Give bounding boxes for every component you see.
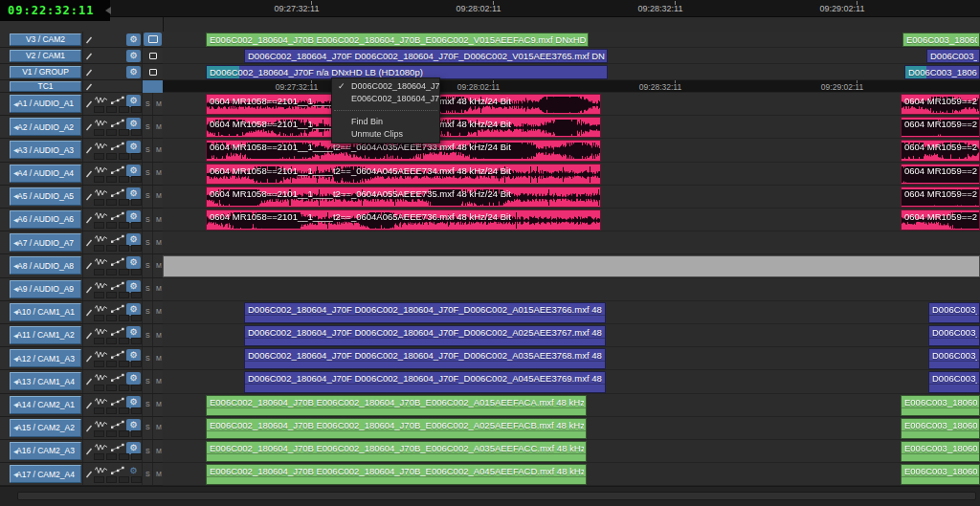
waveform-icon[interactable] bbox=[95, 211, 107, 220]
clip-A10-27[interactable]: D006C003_18 bbox=[928, 302, 980, 323]
waveform-icon[interactable] bbox=[95, 397, 107, 406]
track-name-button-A2[interactable]: A2 / AUDIO_A2◀ bbox=[10, 118, 81, 136]
mute-button[interactable]: M bbox=[156, 216, 162, 223]
track-name-button-A1[interactable]: A1 / AUDIO_A1◀ bbox=[10, 95, 81, 113]
waveform-icon[interactable] bbox=[95, 119, 107, 127]
gear-icon[interactable]: ⚙ bbox=[126, 233, 141, 246]
pencil-icon[interactable] bbox=[84, 52, 94, 61]
mute-button[interactable]: M bbox=[156, 378, 162, 385]
waveform-icon[interactable] bbox=[95, 443, 107, 451]
clip-A13-13[interactable]: D006C002_180604_J70F D006C002_180604_J70… bbox=[244, 371, 606, 392]
pencil-icon[interactable] bbox=[84, 331, 94, 341]
mute-button[interactable]: M bbox=[156, 239, 162, 246]
pencil-icon[interactable] bbox=[84, 35, 94, 45]
waveform-icon[interactable] bbox=[95, 373, 107, 382]
gear-icon[interactable]: ⚙ bbox=[126, 419, 141, 431]
solo-button[interactable]: S bbox=[145, 192, 150, 199]
mute-button[interactable]: M bbox=[156, 123, 162, 130]
menu-item[interactable]: E006C002_180604_J70B bbox=[332, 93, 439, 105]
mute-button[interactable]: M bbox=[156, 471, 162, 477]
solo-button[interactable]: S bbox=[145, 355, 150, 362]
automation-gain-icon[interactable] bbox=[111, 397, 124, 406]
clip-V2-1[interactable]: D006C002_180604_J70F D006C002_180604_J70… bbox=[244, 49, 608, 63]
track-name-button-A11[interactable]: A11 / CAM1_A2◀ bbox=[10, 326, 81, 344]
gear-icon[interactable]: ⚙ bbox=[126, 66, 141, 78]
waveform-icon[interactable] bbox=[95, 304, 107, 313]
solo-button[interactable]: S bbox=[145, 169, 150, 176]
menu-item[interactable]: Unmute Clips bbox=[332, 128, 439, 141]
clip-A6-26[interactable]: 0604 MR1059==2101 bbox=[901, 209, 980, 231]
scroll-left-arrow-icon[interactable] bbox=[105, 7, 111, 14]
gear-icon[interactable]: ⚙ bbox=[126, 372, 141, 385]
track-name-button-TC1[interactable]: TC1 bbox=[10, 81, 81, 92]
pencil-icon[interactable] bbox=[84, 82, 94, 92]
pencil-icon[interactable] bbox=[84, 169, 94, 179]
solo-button[interactable]: S bbox=[145, 123, 150, 130]
track-name-button-A13[interactable]: A13 / CAM1_A4◀ bbox=[10, 372, 81, 390]
pencil-icon[interactable] bbox=[84, 377, 94, 386]
track-name-button-V3[interactable]: V3 / CAM2 bbox=[10, 33, 81, 46]
gear-icon[interactable]: ⚙ bbox=[126, 118, 141, 130]
automation-gain-icon[interactable] bbox=[111, 304, 124, 313]
track-name-button-A6[interactable]: A6 / AUDIO_A6◀ bbox=[10, 210, 81, 229]
mute-button[interactable]: M bbox=[156, 401, 162, 407]
clip-A3-23[interactable]: 0604 MR1059==2101 bbox=[901, 140, 980, 161]
solo-button[interactable]: S bbox=[145, 332, 150, 339]
gear-icon[interactable]: ⚙ bbox=[126, 349, 141, 362]
clip-A15-15[interactable]: E006C002_180604_J70B E006C002_180604_J70… bbox=[206, 418, 587, 439]
track-name-button-A3[interactable]: A3 / AUDIO_A3◀ bbox=[10, 141, 81, 159]
automation-gain-icon[interactable] bbox=[111, 466, 124, 474]
automation-gain-icon[interactable] bbox=[111, 257, 124, 266]
automation-gain-icon[interactable] bbox=[111, 281, 124, 290]
waveform-icon[interactable] bbox=[95, 350, 107, 359]
waveform-icon[interactable] bbox=[95, 234, 107, 243]
track-name-button-A4[interactable]: A4 / AUDIO_A4◀ bbox=[10, 165, 81, 183]
track-name-button-A14[interactable]: A14 / CAM2_A1◀ bbox=[10, 396, 81, 414]
gear-icon[interactable]: ⚙ bbox=[126, 326, 141, 339]
waveform-icon[interactable] bbox=[95, 466, 107, 474]
gear-icon[interactable]: ⚙ bbox=[126, 256, 141, 269]
automation-gain-icon[interactable] bbox=[111, 350, 124, 359]
solo-button[interactable]: S bbox=[145, 100, 150, 107]
pencil-icon[interactable] bbox=[84, 470, 94, 479]
automation-gain-icon[interactable] bbox=[111, 188, 124, 197]
clip-V1-20[interactable]: D006C003_180604_J7 bbox=[904, 65, 980, 79]
solo-button[interactable]: S bbox=[145, 146, 150, 153]
gear-icon[interactable]: ⚙ bbox=[126, 396, 141, 408]
waveform-icon[interactable] bbox=[95, 96, 107, 104]
pencil-icon[interactable] bbox=[84, 192, 94, 202]
menu-item[interactable]: D006C002_180604_J70F✓ bbox=[332, 80, 439, 93]
clip-A12-12[interactable]: D006C002_180604_J70F D006C002_180604_J70… bbox=[244, 348, 606, 369]
clip-A10-10[interactable]: D006C002_180604_J70F D006C002_180604_J70… bbox=[244, 302, 606, 323]
mute-button[interactable]: M bbox=[156, 169, 162, 176]
gear-icon[interactable]: ⚙ bbox=[126, 141, 141, 153]
pencil-icon[interactable] bbox=[84, 285, 94, 295]
clip-V3-18[interactable]: E006C003_180604_J bbox=[902, 33, 980, 47]
gear-icon[interactable]: ⚙ bbox=[126, 465, 141, 477]
mute-button[interactable]: M bbox=[156, 146, 162, 153]
gear-icon[interactable]: ⚙ bbox=[126, 280, 141, 293]
track-name-button-A9[interactable]: A9 / AUDIO_A9◀ bbox=[10, 280, 81, 298]
gear-icon[interactable]: ⚙ bbox=[126, 187, 141, 200]
monitor-icon[interactable] bbox=[144, 33, 162, 46]
pencil-icon[interactable] bbox=[84, 447, 94, 456]
monitor-icon[interactable] bbox=[144, 49, 162, 62]
clip-V2-19[interactable]: D006C003_18 bbox=[926, 49, 980, 63]
track-name-button-A17[interactable]: A17 / CAM2_A4◀ bbox=[10, 465, 81, 483]
pencil-icon[interactable] bbox=[84, 215, 94, 225]
pencil-icon[interactable] bbox=[84, 261, 94, 271]
pencil-icon[interactable] bbox=[84, 145, 94, 155]
solo-button[interactable]: S bbox=[145, 285, 150, 292]
automation-gain-icon[interactable] bbox=[111, 96, 124, 104]
track-name-button-V1[interactable]: V1 / GROUP bbox=[10, 66, 81, 78]
pencil-icon[interactable] bbox=[84, 238, 94, 248]
gear-icon[interactable]: ⚙ bbox=[126, 165, 141, 177]
automation-gain-icon[interactable] bbox=[111, 142, 124, 150]
clip-A4-6[interactable]: 0604 MR1058==2101__1____t2==_0604A045AEE… bbox=[206, 164, 601, 185]
solo-button[interactable]: S bbox=[145, 424, 150, 430]
menu-item[interactable]: Find Bin bbox=[332, 116, 439, 128]
gear-icon[interactable]: ⚙ bbox=[126, 442, 141, 454]
mute-button[interactable]: M bbox=[156, 308, 162, 315]
track-name-button-A16[interactable]: A16 / CAM2_A3◀ bbox=[10, 442, 81, 460]
monitor-icon[interactable] bbox=[144, 65, 162, 78]
